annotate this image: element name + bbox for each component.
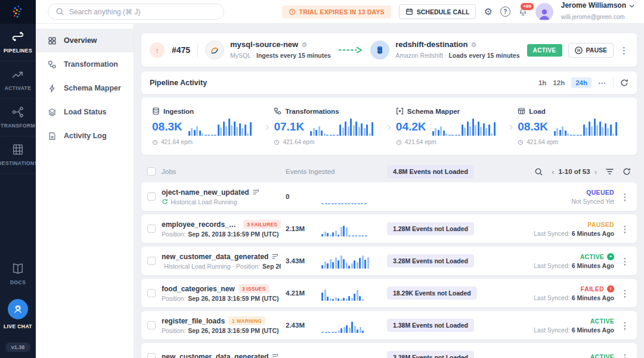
row-checkbox[interactable] (147, 225, 156, 233)
subnav-item-label: Transformation (64, 60, 118, 69)
row-kebab-menu-icon[interactable]: ⋮ (619, 289, 631, 298)
activity-title: Pipeline Activity (150, 79, 207, 87)
row-kebab-menu-icon[interactable]: ⋮ (619, 192, 631, 201)
table-row[interactable]: oject-name_new_updated Historical Load R… (141, 182, 637, 211)
sync-icon (162, 198, 168, 205)
job-name: employee_records_updated (162, 220, 240, 229)
range-12h[interactable]: 12h (553, 79, 565, 86)
calendar-icon (405, 8, 413, 15)
refresh-activity-button[interactable] (620, 79, 628, 87)
pipeline-subnav: Overview Transformation Schema Mapper Lo… (36, 24, 134, 358)
destination-name: redshift-destination (395, 40, 467, 50)
events-ingested-value: 2.43M (286, 322, 321, 329)
subnav-item-schema-mapper[interactable]: Schema Mapper (36, 76, 134, 100)
row-kebab-menu-icon[interactable]: ⋮ (619, 257, 631, 266)
clock-icon (396, 139, 402, 145)
content: Overview Transformation Schema Mapper Lo… (36, 24, 644, 358)
stage-chevron-icon: › (264, 120, 271, 133)
table-row[interactable]: food_categories_new 3 ISSUES Position: S… (141, 279, 637, 307)
row-checkbox[interactable] (147, 289, 156, 297)
stage-transformations[interactable]: Transformations 07.1K 421.64 epm (270, 107, 386, 145)
table-row[interactable]: employee_records_updated 3 FAILURES Posi… (141, 214, 637, 243)
filter-icon[interactable] (605, 167, 614, 176)
sidebar-item-destinations[interactable]: DESTINATIONS (0, 136, 36, 174)
notification-count-badge: +99 (520, 2, 534, 11)
schedule-call-button[interactable]: SCHEDULE CALL (399, 4, 476, 19)
subnav-item-load-status[interactable]: Load Status (36, 100, 134, 124)
jobs-table-body: oject-name_new_updated Historical Load R… (141, 182, 637, 358)
stage-chevron-icon: › (508, 120, 515, 133)
table-search-icon[interactable] (534, 167, 543, 176)
source-node[interactable]: mysql-source-new ⚙︎ MySQL · Ingests ever… (205, 40, 331, 61)
avatar[interactable] (535, 3, 553, 21)
range-24h[interactable]: 24h (571, 77, 592, 88)
subnav-item-transformation[interactable]: Transformation (36, 52, 134, 76)
table-refresh-icon[interactable] (623, 167, 631, 176)
activate-icon (11, 68, 24, 81)
pipeline-kebab-menu-icon[interactable]: ⋮ (620, 46, 628, 55)
more-ranges-icon[interactable]: ⋯ (598, 79, 606, 88)
row-kebab-menu-icon[interactable]: ⋮ (619, 353, 631, 358)
select-all-checkbox[interactable] (147, 167, 156, 176)
stage-load[interactable]: Load 08.3K 421.64 epm (514, 107, 630, 145)
user-menu[interactable]: Jerome Williamson willi.jerome@green.com (561, 1, 634, 22)
subnav-item-activity-log[interactable]: Activity Log (36, 124, 134, 148)
row-checkbox[interactable] (147, 353, 156, 358)
activity-log-icon (48, 132, 57, 141)
search-icon (55, 7, 64, 16)
destination-node[interactable]: redshift-destination ⚙︎ Amazon Redshift … (370, 40, 519, 61)
sidebar-item-activate[interactable]: ACTIVATE (0, 61, 36, 99)
user-email: willi.jerome@green.com (561, 14, 625, 20)
trial-badge: TRIAL EXPIRES IN 13 DAYS (282, 5, 391, 18)
app-shell: TRIAL EXPIRES IN 13 DAYS SCHEDULE CALL ⚙… (36, 0, 644, 358)
range-1h[interactable]: 1h (538, 79, 546, 86)
job-alert-badge: 1 WARNING (228, 316, 265, 325)
row-sparkline (321, 189, 387, 204)
app-logo[interactable] (0, 0, 36, 24)
page-prev-icon[interactable]: ‹ (552, 167, 554, 176)
page-next-icon[interactable]: › (595, 167, 597, 176)
source-settings-icon[interactable]: ⚙︎ (301, 41, 307, 49)
sidebar-item-transform[interactable]: TRANSFORM (0, 99, 36, 136)
row-checkbox[interactable] (147, 192, 156, 201)
stage-ingestion[interactable]: Ingestion 08.3K 421.64 epm (148, 107, 264, 145)
destination-settings-icon[interactable]: ⚙︎ (471, 41, 477, 49)
topbar: TRIAL EXPIRES IN 13 DAYS SCHEDULE CALL ⚙… (36, 0, 644, 24)
notifications-button[interactable]: +99 (518, 7, 528, 17)
stage-schema-mapper[interactable]: Schema Mapper 04.2K 421.64 epm (392, 107, 508, 145)
row-kebab-menu-icon[interactable]: ⋮ (619, 321, 631, 330)
load-status-icon (48, 108, 57, 117)
last-synced-value: 6 Minutes Ago (572, 326, 614, 334)
table-row[interactable]: register_file_loads 1 WARNING Position: … (141, 311, 637, 340)
row-checkbox[interactable] (147, 321, 156, 329)
stage-rate: 421.64 epm (405, 139, 436, 145)
job-subtext-value: Sep 26, 2018 3:16:59 PM (UTC) (188, 327, 278, 334)
job-alert-badge: 3 FAILURES (243, 220, 281, 229)
live-chat-label: LIVE CHAT (4, 323, 32, 329)
table-row[interactable]: new_customer_data_generated 3.28M Events… (141, 343, 637, 358)
subnav-item-overview[interactable]: Overview (36, 29, 134, 52)
clock-icon (518, 139, 524, 145)
row-kebab-menu-icon[interactable]: ⋮ (619, 225, 631, 234)
row-checkbox[interactable] (147, 257, 156, 265)
sidebar-item-pipelines[interactable]: PIPELINES (0, 24, 36, 61)
help-button[interactable]: ? (500, 7, 510, 17)
mysql-logo-icon (205, 41, 224, 60)
pause-icon (575, 46, 583, 54)
job-alert-badge: 3 ISSUES (239, 284, 270, 293)
sidebar-item-docs[interactable]: DOCS (0, 256, 36, 292)
pause-button[interactable]: PAUSE (568, 43, 614, 58)
job-name: register_file_loads (162, 317, 225, 325)
status-text: FAILED (581, 285, 604, 292)
jobs-table-header: Jobs Events Ingested 4.8M Events not Loa… (141, 161, 637, 182)
sidebar-item-label: TRANSFORM (1, 123, 35, 129)
search-input[interactable] (69, 8, 216, 16)
stage-title: Schema Mapper (407, 108, 460, 115)
table-row[interactable]: new_customer_data_generated Historical L… (141, 247, 637, 275)
docs-icon (11, 262, 24, 275)
settings-button[interactable]: ⚙︎ (484, 7, 492, 17)
live-chat-button[interactable]: LIVE CHAT (0, 292, 36, 337)
page-range: 1-10 of 53 (559, 168, 590, 175)
flow-arrow-icon (338, 46, 363, 54)
global-search[interactable] (48, 4, 224, 20)
